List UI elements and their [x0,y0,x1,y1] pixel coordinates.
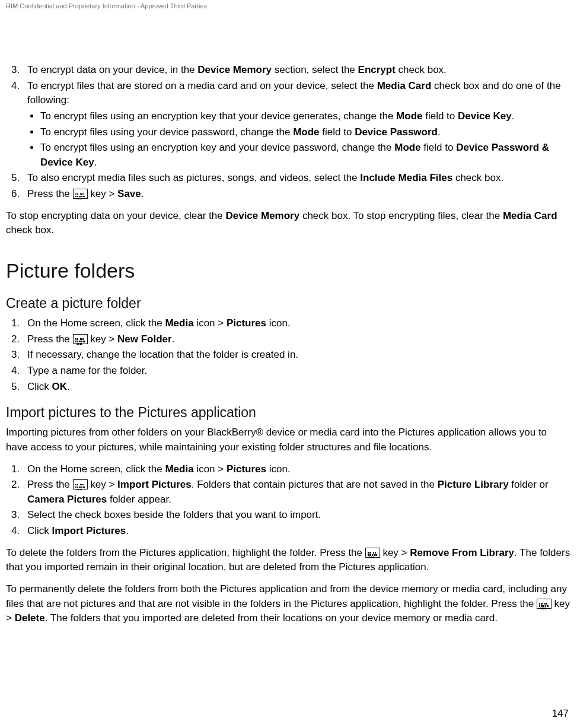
text-seg: . [512,110,515,122]
text-seg: Press the [27,479,73,490]
bold-term: Mode [396,110,422,122]
text-seg: . [141,188,144,199]
text-seg: key > [88,188,118,199]
import-step-3: Select the check boxes beside the folder… [23,508,571,523]
section-picture-folders: Picture folders [6,259,571,282]
bold-term: Media Card [377,80,432,91]
text-seg: . [94,157,97,168]
text-seg: check box. To stop encrypting files, cle… [299,210,503,221]
create-step-1: On the Home screen, click the Media icon… [23,316,571,331]
subsection-import-pictures: Import pictures to the Pictures applicat… [6,405,571,421]
text-seg: key > [88,479,118,490]
text-seg: To also encrypt media files such as pict… [27,172,360,183]
option-device-password: To encrypt files using your device passw… [40,125,571,140]
text-seg: Press the [27,188,73,199]
text-seg: field to [421,142,457,153]
text-seg: Click [27,381,52,392]
text-seg: icon. [266,317,291,329]
menu-key-icon [365,548,380,558]
step-6: Press the key > Save. [23,187,571,202]
create-folder-steps: On the Home screen, click the Media icon… [6,316,571,394]
bold-term: Device Password [355,126,438,138]
text-seg: . [172,333,175,345]
text-seg: To encrypt files using an encryption key… [40,110,396,122]
bold-term: Media [165,317,193,329]
text-seg: . [126,525,129,536]
bold-term: Media [165,463,193,475]
text-seg: . The folders that you imported are dele… [45,612,498,624]
bold-term: Encrypt [358,64,396,75]
menu-key-icon [73,189,88,199]
text-seg: check box. [6,224,54,236]
text-seg: folder or [509,479,549,490]
bold-term: Pictures [227,463,266,475]
menu-key-icon [537,599,552,609]
step-3: To encrypt data on your device, in the D… [23,63,571,78]
bold-term: OK [52,381,68,392]
bold-term: Device Key [458,110,512,122]
text-seg: To encrypt data on your device, in the [27,64,197,75]
import-intro: Importing pictures from other folders on… [6,425,571,454]
text-seg: check box. [396,64,447,75]
text-seg: icon > [194,317,227,329]
page-number: 147 [552,708,569,720]
bold-term: Pictures [227,317,266,329]
step-5: To also encrypt media files such as pict… [23,171,571,186]
text-seg: To encrypt files using your device passw… [40,126,293,138]
text-seg: field to [320,126,355,138]
text-seg: To permanently delete the folders from b… [6,583,567,609]
permanent-delete-note: To permanently delete the folders from b… [6,582,571,626]
import-steps: On the Home screen, click the Media icon… [6,462,571,539]
text-seg: . Folders that contain pictures that are… [192,479,438,490]
bold-term: New Folder [117,333,172,345]
bold-term: Import Pictures [117,479,192,490]
text-seg: folder appear. [107,494,171,505]
text-seg: key > [88,333,118,345]
bold-term: Include Media Files [360,172,452,183]
import-step-4: Click Import Pictures. [23,524,571,539]
text-seg: To stop encrypting data on your device, … [6,210,225,221]
text-seg: To delete the folders from the Pictures … [6,547,365,558]
content-area: To encrypt data on your device, in the D… [6,63,571,626]
bold-term: Save [117,188,141,199]
bold-term: Device Memory [225,210,299,221]
text-seg: icon > [194,463,227,475]
text-seg: . [67,381,70,392]
bold-term: Mode [293,126,319,138]
text-seg: To encrypt files that are stored on a me… [27,80,377,91]
text-seg: icon. [266,463,291,475]
import-step-1: On the Home screen, click the Media icon… [23,462,571,477]
text-seg: To encrypt files using an encryption key… [40,142,394,153]
create-step-3: If necessary, change the location that t… [23,348,571,363]
menu-key-icon [73,334,88,344]
option-device-password-and-key: To encrypt files using an encryption key… [40,141,571,170]
text-seg: section, select the [272,64,358,75]
stop-encrypting-note: To stop encrypting data on your device, … [6,209,571,238]
bold-term: Camera Pictures [27,494,107,505]
text-seg: key > [380,547,410,558]
create-step-2: Press the key > New Folder. [23,332,571,347]
text-seg: On the Home screen, click the [27,317,165,329]
bold-term: Picture Library [438,479,509,490]
text-seg: field to [422,110,458,122]
import-step-2: Press the key > Import Pictures. Folders… [23,478,571,507]
bold-term: Remove From Library [410,547,514,558]
text-seg: On the Home screen, click the [27,463,165,475]
option-device-key: To encrypt files using an encryption key… [40,109,571,124]
bold-term: Mode [394,142,420,153]
subsection-create-folder: Create a picture folder [6,295,571,311]
text-seg: . [438,126,441,138]
menu-key-icon [73,479,88,489]
encryption-mode-options: To encrypt files using an encryption key… [27,109,571,170]
text-seg: Press the [27,333,73,345]
text-seg: Click [27,525,52,536]
delete-from-library-note: To delete the folders from the Pictures … [6,546,571,575]
text-seg: check box. [452,172,503,183]
bold-term: Device Memory [197,64,272,75]
bold-term: Media Card [503,210,557,221]
step-4: To encrypt files that are stored on a me… [23,79,571,170]
encryption-steps-continued: To encrypt data on your device, in the D… [6,63,571,202]
create-step-4: Type a name for the folder. [23,364,571,379]
bold-term: Import Pictures [52,525,126,536]
create-step-5: Click OK. [23,380,571,395]
